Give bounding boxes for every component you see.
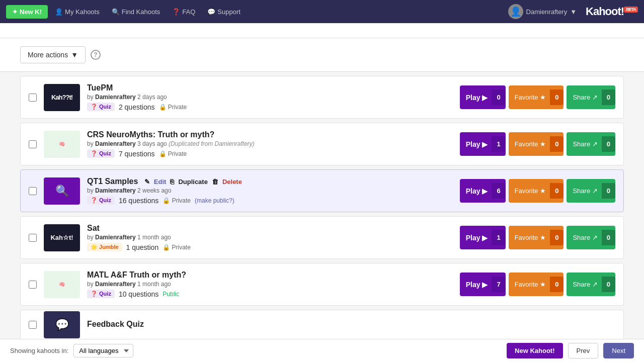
share-button[interactable]: Share ↗ 0 bbox=[567, 179, 615, 203]
item-title-link[interactable]: Feedback Quiz bbox=[87, 320, 144, 328]
item-checkbox-qt1[interactable] bbox=[29, 187, 37, 195]
item-checkbox-feedback[interactable] bbox=[29, 321, 37, 329]
item-title-link[interactable]: CRS NeuroMyths: Truth or myth? bbox=[87, 130, 214, 139]
item-info: Sat by Damienraftery 1 month ago 🌟 Jumbl… bbox=[87, 224, 453, 251]
item-title-link[interactable]: Sat bbox=[87, 224, 100, 232]
item-title-link[interactable]: QT1 Samples bbox=[87, 177, 138, 186]
list-item: Kah??t! TuePM by Damienraftery 2 days ag… bbox=[20, 76, 624, 119]
play-button[interactable]: Play ▶ 1 bbox=[460, 132, 506, 156]
faq-label: FAQ bbox=[182, 8, 195, 16]
item-thumbnail: 🔍 bbox=[44, 177, 80, 205]
find-kahoots-nav[interactable]: 🔍 Find Kahoots bbox=[107, 5, 166, 19]
type-badge: ❓ Quiz bbox=[87, 290, 115, 298]
item-meta: by Damienraftery 2 weeks ago bbox=[87, 187, 453, 194]
item-tags: ❓ Quiz 2 questions 🔒 Private bbox=[87, 103, 453, 111]
item-title-link[interactable]: MATL A&F Truth or myth? bbox=[87, 270, 186, 279]
delete-link[interactable]: Delete bbox=[222, 178, 242, 186]
faq-nav[interactable]: ❓ FAQ bbox=[167, 5, 200, 19]
item-thumbnail: 🧠 bbox=[44, 131, 80, 158]
item-title-actions: ✎ Edit ⎘ Duplicate 🗑 Delete bbox=[144, 178, 242, 186]
visibility-badge: 🔒 Private bbox=[163, 244, 191, 251]
new-k-icon: ✦ bbox=[12, 8, 18, 16]
item-title: TuePM bbox=[87, 83, 453, 93]
question-count: 7 questions bbox=[119, 150, 155, 158]
list-item: 🧠 MATL A&F Truth or myth? by Damienrafte… bbox=[20, 263, 624, 306]
play-button[interactable]: Play ▶ 0 bbox=[460, 85, 506, 109]
new-k-button[interactable]: ✦ New K! bbox=[6, 5, 48, 19]
prev-button[interactable]: Prev bbox=[568, 343, 599, 358]
item-checkbox-tuepm[interactable] bbox=[29, 94, 37, 102]
question-count: 10 questions bbox=[119, 290, 158, 298]
search-icon-nav: 🔍 bbox=[112, 8, 120, 16]
support-nav[interactable]: 💬 Support bbox=[202, 5, 246, 19]
play-button[interactable]: Play ▶ 1 bbox=[460, 226, 506, 249]
item-thumbnail: Kah☆t! bbox=[44, 224, 80, 251]
item-meta: by Damienraftery 2 days ago bbox=[87, 94, 453, 101]
favorite-button[interactable]: Favorite ★ 0 bbox=[509, 179, 564, 203]
more-actions-button[interactable]: More actions ▼ bbox=[20, 46, 86, 63]
share-button[interactable]: Share ↗ 0 bbox=[567, 132, 615, 156]
play-button[interactable]: Play ▶ 7 bbox=[460, 273, 506, 296]
item-actions: Play ▶ 0 bbox=[570, 313, 615, 337]
top-bar bbox=[0, 23, 644, 38]
caret-down-icon: ▼ bbox=[570, 8, 577, 16]
favorite-button[interactable]: Favorite ★ 0 bbox=[509, 132, 564, 156]
item-actions: Play ▶ 1 Favorite ★ 0 Share ↗ 0 bbox=[460, 226, 615, 249]
showing-label: Showing kahoots in: bbox=[10, 347, 68, 354]
item-title: CRS NeuroMyths: Truth or myth? bbox=[87, 130, 453, 139]
favorite-button[interactable]: Favorite ★ 0 bbox=[509, 85, 564, 109]
duplicate-link[interactable]: Duplicate bbox=[178, 178, 208, 186]
item-actions: Play ▶ 6 Favorite ★ 0 Share ↗ 0 bbox=[460, 179, 615, 203]
edit-link[interactable]: Edit bbox=[154, 178, 167, 186]
type-badge: ❓ Quiz bbox=[87, 103, 115, 111]
navbar: ✦ New K! 👤 My Kahoots 🔍 Find Kahoots ❓ F… bbox=[0, 0, 644, 23]
make-public-link[interactable]: (make public?) bbox=[195, 197, 234, 204]
support-label: Support bbox=[217, 8, 240, 16]
type-badge: 🌟 Jumble bbox=[87, 243, 122, 251]
caret-down-icon: ▼ bbox=[71, 51, 78, 59]
user-menu[interactable]: 👤 Damienraftery ▼ bbox=[508, 4, 577, 19]
chat-icon: 💬 bbox=[207, 8, 215, 16]
toolbar: More actions ▼ ? bbox=[0, 38, 644, 72]
item-thumbnail: 🧠 bbox=[44, 271, 80, 298]
item-tags: ❓ Quiz 10 questions Public bbox=[87, 290, 453, 298]
new-kahoot-button[interactable]: New Kahoot! bbox=[507, 343, 562, 358]
item-meta: by Damienraftery 1 month ago bbox=[87, 281, 453, 288]
faq-icon: ❓ bbox=[172, 8, 180, 16]
share-button[interactable]: Share ↗ 0 bbox=[567, 85, 615, 109]
item-info: QT1 Samples ✎ Edit ⎘ Duplicate 🗑 Delete … bbox=[87, 177, 453, 205]
play-button[interactable]: Play ▶ 6 bbox=[460, 179, 506, 203]
item-info: TuePM by Damienraftery 2 days ago ❓ Quiz… bbox=[87, 83, 453, 111]
list-item: 🔍 QT1 Samples ✎ Edit ⎘ Duplicate 🗑 Delet… bbox=[20, 169, 624, 212]
item-checkbox-sat[interactable] bbox=[29, 234, 37, 242]
my-kahoots-nav[interactable]: 👤 My Kahoots bbox=[50, 5, 105, 19]
list-item: Kah☆t! Sat by Damienraftery 1 month ago … bbox=[20, 216, 624, 259]
help-icon[interactable]: ? bbox=[91, 50, 101, 60]
language-select[interactable]: All languages English Spanish French bbox=[73, 344, 133, 357]
question-count: 1 question bbox=[126, 243, 159, 251]
visibility-badge: Public bbox=[163, 291, 179, 298]
item-title: QT1 Samples ✎ Edit ⎘ Duplicate 🗑 Delete bbox=[87, 177, 453, 186]
kahoot-logo: Kahoot!BETA bbox=[586, 5, 638, 18]
share-button[interactable]: Share ↗ 0 bbox=[567, 273, 615, 296]
item-tags: ❓ Quiz 16 questions 🔒 Private (make publ… bbox=[87, 196, 453, 205]
item-title-link[interactable]: TuePM bbox=[87, 83, 113, 92]
item-checkbox-matl[interactable] bbox=[29, 281, 37, 289]
item-actions: Play ▶ 7 Favorite ★ 0 Share ↗ 0 bbox=[460, 273, 615, 296]
item-meta: by Damienraftery 1 month ago bbox=[87, 234, 453, 241]
item-thumbnail: 💬 bbox=[44, 311, 80, 338]
visibility-badge: 🔒 Private bbox=[163, 197, 191, 204]
favorite-button[interactable]: Favorite ★ 0 bbox=[509, 226, 564, 249]
question-count: 16 questions bbox=[119, 197, 158, 205]
find-kahoots-label: Find Kahoots bbox=[122, 8, 160, 16]
item-thumbnail: Kah??t! bbox=[44, 84, 80, 111]
favorite-button[interactable]: Favorite ★ 0 bbox=[509, 273, 564, 296]
next-button[interactable]: Next bbox=[603, 343, 634, 358]
visibility-badge: 🔒 Private bbox=[159, 150, 187, 157]
item-checkbox-crs[interactable] bbox=[29, 140, 37, 148]
footer-bar: Showing kahoots in: All languages Englis… bbox=[0, 339, 644, 362]
username-label: Damienraftery bbox=[526, 8, 568, 16]
list-item: 🧠 CRS NeuroMyths: Truth or myth? by Dami… bbox=[20, 123, 624, 165]
item-title: Sat bbox=[87, 224, 453, 233]
share-button[interactable]: Share ↗ 0 bbox=[567, 226, 615, 249]
